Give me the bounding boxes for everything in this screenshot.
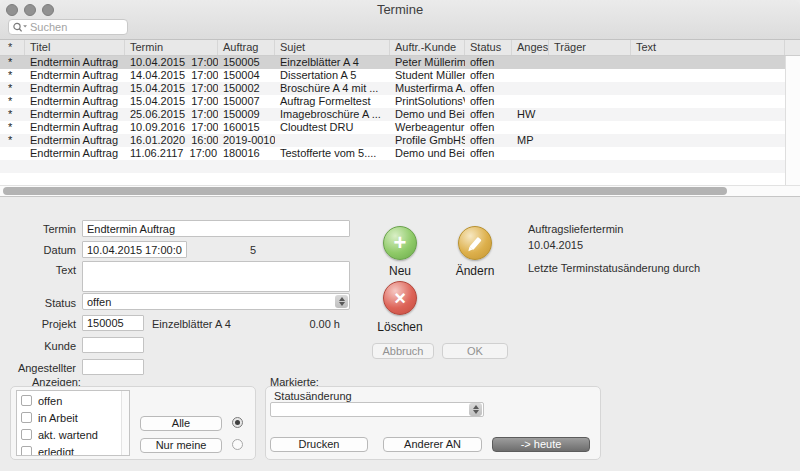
search-field[interactable] bbox=[8, 19, 128, 35]
status-filter-list: offen in Arbeit akt. wartend erledigt bbox=[16, 390, 130, 456]
cell-status bbox=[465, 160, 512, 173]
heute-button[interactable]: -> heute bbox=[492, 437, 590, 452]
cell-traeger bbox=[549, 56, 631, 69]
cell-kunde: Peter Müllerim ... bbox=[390, 56, 465, 69]
abbruch-button[interactable]: Abbruch bbox=[372, 343, 434, 359]
cell-sujet: Imagebroschüre A ... bbox=[275, 108, 390, 121]
anderer-an-button[interactable]: Anderer AN bbox=[383, 437, 482, 452]
datum-aux-number: 5 bbox=[250, 244, 256, 256]
column-header-kunde[interactable]: Auftr.-Kunde bbox=[390, 40, 465, 55]
filter-item-erledigt[interactable]: erledigt bbox=[17, 443, 129, 456]
column-header-text[interactable]: Text bbox=[631, 40, 785, 55]
checkbox-icon[interactable] bbox=[21, 395, 32, 406]
cell-kunde: Musterfirma A... bbox=[390, 82, 465, 95]
termin-label: Termin bbox=[2, 223, 76, 235]
filter-item-label: offen bbox=[38, 395, 62, 407]
cell-auftrag: 150004 bbox=[218, 69, 275, 82]
vertical-scrollbar[interactable] bbox=[785, 56, 800, 185]
filter-item-label: akt. wartend bbox=[38, 429, 98, 441]
list-scrollbar[interactable] bbox=[121, 391, 129, 455]
cell-kunde: Profile GmbHS... bbox=[390, 134, 465, 147]
datum-label: Datum bbox=[2, 244, 76, 256]
loeschen-button[interactable]: × bbox=[383, 281, 417, 315]
cell-status: offen bbox=[465, 95, 512, 108]
column-header-titel[interactable]: Titel bbox=[25, 40, 125, 55]
cell-termin: 10.04.2015 17:00 bbox=[125, 56, 218, 69]
cell-status: offen bbox=[465, 121, 512, 134]
cell-sujet: Broschüre A 4 mit ... bbox=[275, 82, 390, 95]
drucken-button[interactable]: Drucken bbox=[270, 437, 368, 452]
cell-star: * bbox=[0, 108, 25, 121]
cell-text bbox=[631, 56, 785, 69]
angestellter-input[interactable] bbox=[82, 359, 144, 375]
aendern-button[interactable] bbox=[458, 226, 492, 260]
search-input[interactable] bbox=[30, 21, 120, 33]
ok-button[interactable]: OK bbox=[442, 343, 508, 359]
cell-auftrag: 150007 bbox=[218, 95, 275, 108]
cell-termin: 15.04.2015 17:00 bbox=[125, 82, 218, 95]
cell-kunde: Student Müller bbox=[390, 69, 465, 82]
projekt-input[interactable] bbox=[82, 315, 144, 331]
status-select[interactable]: offen bbox=[82, 293, 350, 310]
column-header-sujet[interactable]: Sujet bbox=[275, 40, 390, 55]
statusaenderung-select[interactable] bbox=[270, 402, 484, 417]
alle-button[interactable]: Alle bbox=[140, 416, 222, 431]
search-icon bbox=[12, 22, 28, 33]
cell-titel: Endtermin Auftrag bbox=[25, 69, 125, 82]
cell-termin: 15.04.2015 17:00 bbox=[125, 95, 218, 108]
alle-radio[interactable] bbox=[232, 417, 243, 428]
checkbox-icon[interactable] bbox=[21, 446, 32, 456]
checkbox-icon[interactable] bbox=[21, 429, 32, 440]
table-row[interactable]: *Endtermin Auftrag10.09.2016 17:00160015… bbox=[0, 121, 785, 134]
table-row[interactable]: *Endtermin Auftrag10.04.2015 17:00150005… bbox=[0, 56, 785, 69]
pencil-icon bbox=[469, 236, 481, 249]
cell-status: offen bbox=[465, 134, 512, 147]
table-row[interactable]: *Endtermin Auftrag14.04.2015 17:00150004… bbox=[0, 69, 785, 82]
table-row-empty bbox=[0, 160, 785, 173]
table-row[interactable]: *Endtermin Auftrag15.04.2015 17:00150002… bbox=[0, 82, 785, 95]
checkbox-icon[interactable] bbox=[21, 412, 32, 423]
nur-meine-radio[interactable] bbox=[232, 439, 243, 450]
cell-sujet bbox=[275, 160, 390, 173]
cell-traeger bbox=[549, 134, 631, 147]
cell-traeger bbox=[549, 69, 631, 82]
cell-kunde: Werbeagentur ... bbox=[390, 121, 465, 134]
nur-meine-button[interactable]: Nur meine bbox=[140, 438, 222, 453]
cell-status: offen bbox=[465, 108, 512, 121]
x-icon: × bbox=[394, 283, 406, 313]
column-header-termin[interactable]: Termin bbox=[125, 40, 218, 55]
cell-star: * bbox=[0, 121, 25, 134]
cell-titel: Endtermin Auftrag bbox=[25, 108, 125, 121]
titlebar: Termine bbox=[0, 0, 800, 40]
filter-item-in-arbeit[interactable]: in Arbeit bbox=[17, 409, 129, 426]
cell-text bbox=[631, 173, 785, 185]
filter-item-offen[interactable]: offen bbox=[17, 392, 129, 409]
kunde-input[interactable] bbox=[82, 337, 144, 353]
column-header-traeger[interactable]: Träger bbox=[549, 40, 631, 55]
cell-star bbox=[0, 147, 25, 160]
horizontal-scrollbar-thumb[interactable] bbox=[3, 187, 727, 195]
cell-titel: Endtermin Auftrag bbox=[25, 56, 125, 69]
datum-input[interactable] bbox=[82, 241, 187, 258]
table-row[interactable]: Endtermin Auftrag11.06.2117 17:00180016T… bbox=[0, 147, 785, 160]
column-header-status[interactable]: Status bbox=[465, 40, 512, 55]
cell-text bbox=[631, 69, 785, 82]
table-row[interactable]: *Endtermin Auftrag16.01.2020 16:002019-0… bbox=[0, 134, 785, 147]
table-row[interactable]: *Endtermin Auftrag25.06.2015 17:00150009… bbox=[0, 108, 785, 121]
cell-termin: 16.01.2020 16:00 bbox=[125, 134, 218, 147]
column-header-anges[interactable]: Anges... bbox=[512, 40, 549, 55]
cell-auftrag bbox=[218, 160, 275, 173]
cell-sujet: Dissertation A 5 bbox=[275, 69, 390, 82]
table-row[interactable]: *Endtermin Auftrag15.04.2015 17:00150007… bbox=[0, 95, 785, 108]
column-header-auftrag[interactable]: Auftrag bbox=[218, 40, 275, 55]
column-header-star[interactable]: * bbox=[0, 40, 25, 55]
table-row-empty bbox=[0, 173, 785, 185]
termin-input[interactable] bbox=[82, 220, 350, 237]
horizontal-scrollbar[interactable] bbox=[0, 185, 800, 197]
stepper-icon[interactable] bbox=[335, 295, 348, 308]
neu-button[interactable]: + bbox=[383, 226, 417, 260]
filter-item-akt-wartend[interactable]: akt. wartend bbox=[17, 426, 129, 443]
cell-auftrag: 150005 bbox=[218, 56, 275, 69]
stepper-icon[interactable] bbox=[469, 403, 482, 416]
text-input[interactable] bbox=[82, 261, 350, 292]
